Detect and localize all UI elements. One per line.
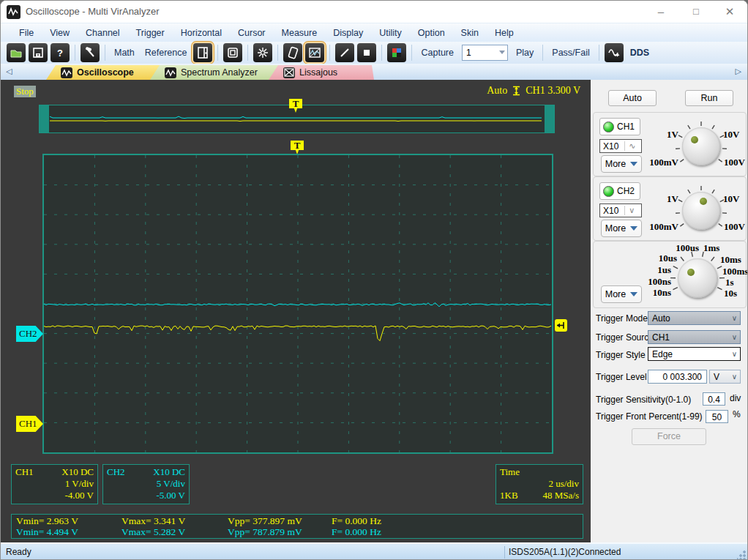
- trigger-level-marker[interactable]: [555, 319, 567, 332]
- menu-trigger[interactable]: Trigger: [128, 25, 173, 41]
- line-style-icon[interactable]: [335, 43, 354, 62]
- maximize-button[interactable]: □: [680, 1, 712, 23]
- knob-label: 100mV: [645, 221, 678, 233]
- ch1-more-button[interactable]: More: [601, 155, 642, 173]
- knob-label: 10ms: [720, 254, 741, 266]
- menu-utility[interactable]: Utility: [371, 25, 410, 41]
- menu-skin[interactable]: Skin: [453, 25, 487, 41]
- device-status: ISDS205A(1.1)(2)Connected: [509, 547, 621, 557]
- ch1-vmin: Vmin= 2.963 V: [16, 515, 78, 527]
- ch1-group: CH1 X10 ∿ More 1V 10V 100mV 100V: [593, 112, 747, 176]
- color-palette-icon[interactable]: [387, 43, 406, 62]
- tab-strip: ◁ Oscilloscope Spectrum Analyzer Lissajo…: [1, 64, 747, 80]
- chevron-down-icon: [499, 51, 505, 54]
- ch2-vmin: Vmin= 4.494 V: [16, 526, 78, 538]
- trigger-front-label: Trigger Front Percent(1-99): [596, 411, 703, 422]
- trigger-position-marker[interactable]: T: [291, 141, 304, 154]
- autoset-star-icon[interactable]: [253, 43, 272, 62]
- knob-label: 10V: [723, 193, 739, 205]
- menu-measure[interactable]: Measure: [274, 25, 326, 41]
- overview-left-handle[interactable]: [40, 105, 49, 132]
- dds-button[interactable]: DDS: [630, 48, 649, 58]
- tab-spectrum-analyzer[interactable]: Spectrum Analyzer: [150, 65, 291, 80]
- passfail-button[interactable]: Pass/Fail: [552, 48, 589, 58]
- ch2-probe-combobox[interactable]: X10 ∨: [599, 204, 642, 217]
- device-icon[interactable]: [283, 43, 302, 62]
- ch2-probe-value: X10: [603, 206, 618, 216]
- timebase-knob[interactable]: [678, 258, 717, 298]
- tab-scroll-right-icon[interactable]: ▷: [736, 67, 741, 76]
- trigger-level-input[interactable]: 0 003.300: [648, 370, 707, 384]
- hammer-icon[interactable]: [81, 43, 100, 62]
- memory-depth: 1KB: [500, 490, 518, 501]
- ch2-enable-button[interactable]: CH2: [599, 182, 640, 200]
- ch2-volts-knob[interactable]: [682, 192, 720, 230]
- trigger-level-readout: CH1 3.300 V: [526, 85, 580, 97]
- play-button[interactable]: Play: [516, 48, 534, 58]
- close-button[interactable]: ✕: [714, 1, 746, 23]
- wave-view-icon[interactable]: [305, 43, 324, 62]
- trigger-level-unit-combobox[interactable]: V∨: [709, 370, 741, 384]
- reference-button[interactable]: Reference: [145, 48, 187, 58]
- knob-label: 10us: [645, 253, 677, 264]
- ch1-probe-combobox[interactable]: X10 ∿: [599, 139, 642, 153]
- dot-style-icon[interactable]: [357, 43, 376, 62]
- ch1-volts-knob[interactable]: [682, 127, 720, 165]
- knob-label: 100mV: [645, 157, 678, 168]
- menu-option[interactable]: Option: [410, 25, 453, 41]
- ch1-offset-marker[interactable]: CH1: [16, 416, 43, 432]
- side-panel-icon[interactable]: [193, 43, 212, 62]
- save-disk-icon[interactable]: [29, 43, 48, 62]
- timebase-group: More 100us 1ms 10us 10ms 1us 100ms 100ns…: [593, 241, 747, 308]
- tab-lissajous[interactable]: Lissajous: [269, 65, 374, 80]
- knob-label: 100ns: [636, 276, 671, 288]
- ch2-more-button[interactable]: More: [601, 220, 642, 237]
- trigger-front-input[interactable]: 50: [706, 410, 728, 423]
- stop-badge[interactable]: Stop: [14, 86, 36, 97]
- graticule[interactable]: [42, 154, 553, 454]
- ch2-offset-marker[interactable]: CH2: [16, 326, 43, 342]
- chevron-down-icon: ∨: [624, 206, 635, 215]
- chevron-down-icon: ∨: [732, 314, 737, 322]
- tab-scroll-left-icon[interactable]: ◁: [6, 67, 12, 76]
- ch1-enable-button[interactable]: CH1: [599, 118, 640, 135]
- ch2-vmax: Vmax= 5.282 V: [121, 526, 185, 538]
- ch1-vmax: Vmax= 3.341 V: [121, 515, 185, 527]
- knob-label: 10s: [724, 288, 737, 299]
- open-folder-icon[interactable]: [7, 43, 26, 62]
- trigger-sensitivity-input[interactable]: 0.4: [703, 392, 725, 406]
- menu-help[interactable]: Help: [487, 25, 522, 41]
- ch1-scale: 1 V/div: [65, 478, 94, 490]
- ch2-info-box: CH2X10 DC 5 V/div -5.00 V: [102, 464, 190, 504]
- title-bar: Oscilloscope - Multi VirAnalyzer – □ ✕: [1, 1, 747, 23]
- menu-cursor[interactable]: Cursor: [230, 25, 274, 41]
- trigger-style-combobox[interactable]: Edge∨: [648, 347, 741, 361]
- waveform-icon: [165, 67, 176, 78]
- menu-view[interactable]: View: [42, 25, 78, 41]
- menu-horizontal[interactable]: Horizontal: [173, 25, 230, 41]
- menu-file[interactable]: File: [11, 25, 42, 41]
- force-button[interactable]: Force: [632, 428, 706, 445]
- resize-grip-icon[interactable]: [737, 550, 746, 559]
- time-scale: 2 us/div: [548, 478, 579, 490]
- question-icon[interactable]: ?: [51, 43, 70, 62]
- toolbar-separator: [329, 45, 330, 61]
- app-icon: [7, 5, 20, 19]
- overview-right-handle[interactable]: [545, 105, 554, 132]
- trigger-mode-combobox[interactable]: Auto∨: [648, 311, 741, 325]
- timebase-more-button[interactable]: More: [601, 285, 642, 303]
- math-button[interactable]: Math: [114, 48, 135, 58]
- menu-display[interactable]: Display: [325, 25, 371, 41]
- menu-channel[interactable]: Channel: [78, 25, 128, 41]
- time-title: Time: [500, 466, 520, 478]
- chevron-down-icon: [630, 162, 637, 166]
- minimize-button[interactable]: –: [645, 1, 677, 23]
- ch2-freq: F= 0.000 Hz: [332, 526, 381, 538]
- auto-button[interactable]: Auto: [608, 90, 657, 106]
- run-button[interactable]: Run: [685, 90, 733, 106]
- display-frame-icon[interactable]: [223, 43, 242, 62]
- dds-wave-icon[interactable]: [605, 43, 624, 62]
- trigger-source-combobox[interactable]: CH1∨: [648, 330, 741, 344]
- tab-label: Lissajous: [299, 67, 337, 78]
- capture-combobox[interactable]: 1: [462, 45, 508, 61]
